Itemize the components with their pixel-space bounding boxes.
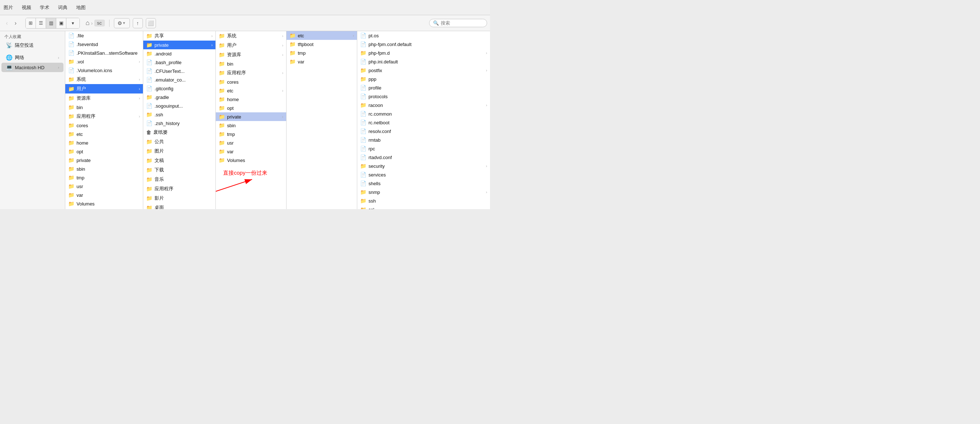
view-column-button[interactable]: ▥ [46,18,56,28]
forward-button[interactable]: › [12,19,19,27]
col5-ptos[interactable]: 📄 pt.os [357,31,490,40]
col2-emulator[interactable]: 📄 .emulator_co... [143,75,215,84]
col5-ssl[interactable]: 📁 ssl [357,205,490,209]
col1-pkinstall[interactable]: 📄 .PKInstallSan...stemSoftware [65,49,143,57]
col2-ssh[interactable]: 📁 .ssh [143,110,215,119]
col2-bash[interactable]: 📄 .bash_profile [143,58,215,67]
col2-public[interactable]: 📁 公共 [143,137,215,146]
col1-volumes[interactable]: 📁 Volumes [65,199,143,208]
nav-dict[interactable]: 词典 [58,4,67,11]
col1-tmp[interactable]: 📁 tmp [65,173,143,182]
search-input[interactable] [441,20,484,26]
col1-usr[interactable]: 📁 usr [65,182,143,191]
col3-cores[interactable]: 📁 cores [216,78,286,86]
col1-var[interactable]: 📁 var [65,191,143,199]
col2-trash[interactable]: 🗑 废纸篓 [143,127,215,137]
col1-etc[interactable]: 📁 etc [65,130,143,138]
nav-academic[interactable]: 学术 [40,4,49,11]
col4-var[interactable]: 📁 var [286,57,357,66]
search-box[interactable]: 🔍 [429,19,487,27]
col3-system[interactable]: 📁 系统 › [216,31,286,41]
col5-security[interactable]: 📁 security › [357,162,490,170]
view-more-button[interactable]: ▼ [66,18,80,28]
col5-racoon[interactable]: 📁 racoon › [357,101,490,110]
col5-protocols[interactable]: 📄 protocols [357,92,490,101]
col3-opt[interactable]: 📁 opt [216,104,286,112]
col2-documents[interactable]: 📁 文稿 [143,156,215,165]
col5-profile[interactable]: 📄 profile [357,83,490,92]
col1-file[interactable]: 📄 .file [65,31,143,40]
nav-images[interactable]: 图片 [4,4,13,11]
nav-map[interactable]: 地图 [76,4,86,11]
col1-users[interactable]: 📁 用户 › [65,84,143,94]
col1-bin[interactable]: 📁 bin [65,103,143,112]
col5-rcnetboot[interactable]: 📄 rc.netboot [357,118,490,127]
col5-services[interactable]: 📄 services [357,170,490,179]
col5-phpfpmconfd[interactable]: 📄 php-fpm.conf.default [357,40,490,49]
col1-library[interactable]: 📁 资源库 › [65,94,143,103]
sidebar-item-airdrop[interactable]: 📡 隔空投送 [2,41,64,50]
col1-volumeicon[interactable]: 📄 .VolumeIcon.icns [65,66,143,75]
col3-library[interactable]: 📁 资源库 › [216,50,286,59]
col2-pictures[interactable]: 📁 图片 [143,146,215,156]
col4-tftpboot[interactable]: 📁 tftpboot [286,40,357,49]
col4-etc[interactable]: 📁 etc › [286,31,357,40]
col2-downloads[interactable]: 📁 下载 [143,165,215,175]
col1-home[interactable]: 📁 home [65,138,143,147]
view-list-button[interactable]: ☰ [36,18,46,28]
col5-snmp[interactable]: 📁 snmp › [357,188,490,197]
col1-private[interactable]: 📁 private [65,156,143,165]
view-grid-button[interactable]: ⊞ [26,18,36,28]
col1-vol[interactable]: 📁 .vol › [65,57,143,66]
back-button[interactable]: ‹ [3,19,11,27]
col5-rmtab[interactable]: 📄 rmtab [357,135,490,144]
sidebar-item-network[interactable]: 🌐 网络 › [2,53,64,62]
col3-apps[interactable]: 📁 应用程序 › [216,68,286,78]
col1-sbin[interactable]: 📁 sbin [65,165,143,173]
col5-phpini[interactable]: 📄 php.ini.default [357,57,490,66]
col5-phpfpmd[interactable]: 📁 php-fpm.d › [357,49,490,57]
col5-ssh[interactable]: 📁 ssh [357,197,490,205]
col5-postfix[interactable]: 📁 postfix › [357,66,490,75]
col2-music[interactable]: 📁 音乐 [143,175,215,184]
view-gallery-button[interactable]: ▣ [56,18,66,28]
col3-var[interactable]: 📁 var [216,147,286,156]
col2-android[interactable]: 📁 .android [143,49,215,58]
sidebar-item-macintosh-hd[interactable]: 💻 Macintosh HD › [2,63,64,72]
tag-button[interactable]: ⬜ [146,18,156,28]
col3-users[interactable]: 📁 用户 › [216,41,286,50]
col2-zsh-history[interactable]: 📄 .zsh_history [143,119,215,127]
col3-etc[interactable]: 📁 etc › [216,86,286,95]
col2-applications[interactable]: 📁 应用程序 [143,184,215,194]
col1-applications[interactable]: 📁 应用程序 › [65,112,143,121]
col2-cfuser[interactable]: 📄 .CFUserText... [143,67,215,75]
col1-system[interactable]: 📁 系统 › [65,75,143,84]
col3-bin[interactable]: 📁 bin [216,59,286,68]
col3-usr[interactable]: 📁 usr [216,138,286,147]
col3-tmp[interactable]: 📁 tmp [216,130,286,138]
col5-rpc[interactable]: 📄 rpc [357,144,490,153]
col2-gradle[interactable]: 📁 .gradle [143,93,215,102]
col5-rtadvd[interactable]: 📄 rtadvd.conf [357,153,490,162]
col2-shared[interactable]: 📁 共享 › [143,31,215,41]
col5-rccommon[interactable]: 📄 rc.common [357,110,490,118]
col4-tmp[interactable]: 📁 tmp [286,49,357,57]
col2-user-selected[interactable]: 📁 private › [143,41,215,49]
col5-ppp[interactable]: 📁 ppp [357,75,490,83]
col2-desktop[interactable]: 📁 桌面 [143,203,215,209]
col3-private[interactable]: 📁 private › [216,112,286,121]
share-button[interactable]: ↑ [133,18,143,28]
col1-opt[interactable]: 📁 opt [65,147,143,156]
col5-resolv[interactable]: 📄 resolv.conf [357,127,490,135]
col3-home[interactable]: 📁 home [216,95,286,104]
col2-movies[interactable]: 📁 影片 [143,194,215,203]
nav-video[interactable]: 视频 [22,4,31,11]
col2-sogou[interactable]: 📄 .sogouinput... [143,102,215,110]
gear-button[interactable]: ⚙ ▼ [114,18,130,28]
col2-gitconfig[interactable]: 📄 .gitconfig [143,84,215,93]
col5-shells[interactable]: 📄 shells [357,179,490,188]
col1-fseventsd[interactable]: 📄 .fseventsd [65,40,143,49]
col3-sbin[interactable]: 📁 sbin [216,121,286,130]
col3-volumes[interactable]: 📁 Volumes [216,156,286,165]
col1-cores[interactable]: 📁 cores [65,121,143,130]
